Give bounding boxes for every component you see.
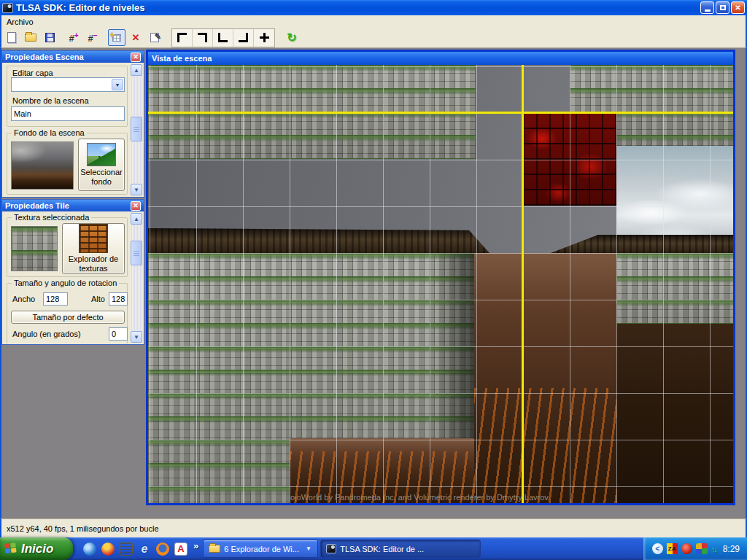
- tile-panel-scrollbar[interactable]: ▲ ▼: [131, 213, 142, 343]
- size-group-label: Tamaño y angulo de rotacion: [12, 279, 119, 287]
- minimize-button[interactable]: [700, 1, 714, 14]
- window-title: TLSA SDK: Editor de niveles: [16, 2, 145, 13]
- scene-panel-scrollbar[interactable]: ▲ ▼: [131, 64, 142, 195]
- corner-tools-group: [171, 28, 275, 47]
- close-button[interactable]: ✕: [731, 1, 745, 14]
- workspace: Propiedades Escena ✕ Editar capa ▼ Nombr…: [0, 48, 747, 518]
- scrollbar-down-icon[interactable]: ▼: [131, 184, 142, 195]
- messenger-icon[interactable]: [83, 542, 96, 556]
- delete-tile-button[interactable]: ✕: [127, 29, 144, 46]
- scene-name-input[interactable]: [11, 106, 125, 121]
- background-thumbnail: [11, 141, 74, 190]
- start-button[interactable]: Inicio: [0, 537, 73, 560]
- width-input[interactable]: [43, 292, 68, 306]
- network-activity-icon[interactable]: ↑↓: [711, 545, 716, 553]
- quick-launch-overflow-icon[interactable]: »: [193, 540, 198, 551]
- height-input[interactable]: [109, 292, 128, 306]
- edit-form-icon: ✎: [150, 33, 159, 42]
- corner-top-left-button[interactable]: [172, 29, 193, 47]
- taskbar: Inicio e A » 6 Explorador de Wi... ▼ TLS…: [0, 537, 747, 560]
- scrollbar-down-icon[interactable]: ▼: [131, 331, 142, 343]
- refresh-button[interactable]: ↻: [283, 29, 301, 46]
- windows-flag-icon: [4, 542, 18, 555]
- add-tile-icon: +: [112, 34, 121, 42]
- restore-button[interactable]: [716, 1, 729, 14]
- group-dropdown-icon: ▼: [306, 545, 311, 552]
- cursor-grid-line-horizontal: [148, 112, 733, 114]
- internet-explorer-icon[interactable]: e: [138, 542, 151, 556]
- scene-properties-panel: Propiedades Escena ✕ Editar capa ▼ Nombr…: [1, 50, 144, 198]
- edit-layer-label: Editar capa: [12, 69, 53, 77]
- scrollbar-up-icon[interactable]: ▲: [131, 213, 142, 225]
- texture-browser-button[interactable]: Explorador de texturas: [62, 223, 125, 274]
- texture-group-label: Textura seleccionada: [12, 213, 91, 222]
- corner-top-right-button[interactable]: [193, 29, 213, 47]
- combobox-dropdown-icon[interactable]: ▼: [112, 79, 123, 90]
- scrollbar-thumb[interactable]: [131, 117, 142, 141]
- bricks-icon: [79, 224, 108, 253]
- renderer-watermark: ojoWorld by Pandromeda Inc. and Volumetr…: [290, 493, 550, 502]
- grid-decrease-button[interactable]: #−: [84, 29, 101, 46]
- background-group-label: Fondo de la escena: [12, 128, 87, 137]
- grid-plus-icon: #+: [69, 32, 78, 43]
- scrollbar-up-icon[interactable]: ▲: [131, 64, 142, 76]
- tray-collapse-icon[interactable]: <: [652, 543, 663, 554]
- save-disk-icon: [45, 33, 55, 42]
- firefox-icon[interactable]: [156, 542, 169, 556]
- folder-icon: [209, 545, 220, 553]
- taskbar-button-explorer-group[interactable]: 6 Explorador de Wi... ▼: [203, 540, 318, 558]
- scene-canvas[interactable]: ojoWorld by Pandromeda Inc. and Volumetr…: [148, 65, 733, 503]
- corner-bottom-right-button[interactable]: [233, 29, 254, 47]
- window-titlebar[interactable]: TLSA SDK: Editor de niveles ✕: [0, 0, 747, 15]
- tile-panel-titlebar[interactable]: Propiedades Tile ✕: [2, 200, 144, 211]
- app-tray-icon[interactable]: [696, 543, 708, 554]
- add-tile-button[interactable]: +: [108, 29, 125, 46]
- landscape-image-icon: [87, 143, 116, 166]
- scene-name-label: Nombre de la escena: [12, 96, 89, 105]
- open-folder-icon: [25, 34, 36, 42]
- select-background-button[interactable]: Seleccionar fondo: [78, 139, 125, 191]
- acrobat-icon[interactable]: A: [174, 542, 187, 556]
- scene-panel-close-icon[interactable]: ✕: [131, 52, 141, 62]
- antivirus-tray-icon[interactable]: [681, 543, 692, 554]
- tile-panel-close-icon[interactable]: ✕: [131, 201, 141, 211]
- zonealarm-tray-icon[interactable]: ZA: [667, 543, 678, 554]
- angle-input[interactable]: [109, 327, 128, 341]
- scene-view-window: Vista de escena ojoWorld by Pandromeda I: [146, 50, 735, 505]
- center-cross-icon: [260, 33, 269, 42]
- scrollbar-thumb[interactable]: [131, 241, 142, 265]
- open-file-button[interactable]: [22, 29, 39, 46]
- scene-view-titlebar[interactable]: Vista de escena: [148, 52, 733, 65]
- game-shortcut-icon[interactable]: [101, 542, 115, 556]
- center-cross-button[interactable]: [254, 29, 274, 47]
- scene-panel-title: Propiedades Escena: [5, 52, 84, 61]
- system-tray: < ZA ↑↓ 8:29: [643, 537, 747, 560]
- edit-layer-combobox[interactable]: ▼: [11, 77, 125, 92]
- taskbar-button-tlsa-sdk[interactable]: TLSA SDK: Editor de ...: [320, 540, 481, 558]
- width-label: Ancho: [12, 295, 35, 303]
- taskbar-button-label: TLSA SDK: Editor de ...: [340, 545, 424, 553]
- menu-archivo[interactable]: Archivo: [1, 17, 39, 27]
- tile-grid-overlay: [148, 65, 733, 503]
- scene-panel-titlebar[interactable]: Propiedades Escena ✕: [2, 51, 144, 63]
- menu-bar: Archivo: [0, 15, 747, 28]
- selected-texture-thumbnail: [11, 226, 58, 271]
- edit-properties-button[interactable]: ✎: [146, 29, 163, 46]
- tlsa-app-icon: [326, 544, 336, 553]
- status-text: x512 y64, 40 fps, 1 milisegundos por buc…: [7, 524, 159, 533]
- height-label: Alto: [91, 295, 105, 303]
- corner-bottom-left-button[interactable]: [213, 29, 233, 47]
- cursor-grid-line-vertical: [522, 65, 524, 503]
- corner-top-right-icon: [198, 33, 207, 42]
- refresh-icon: ↻: [287, 31, 296, 44]
- corner-top-left-icon: [177, 33, 187, 42]
- corner-bottom-left-icon: [218, 33, 228, 42]
- delete-icon: ✕: [132, 32, 140, 43]
- grid-increase-button[interactable]: #+: [65, 29, 82, 46]
- new-file-button[interactable]: [3, 29, 20, 46]
- start-button-label: Inicio: [21, 542, 53, 556]
- save-button[interactable]: [41, 29, 58, 46]
- notes-shortcut-icon[interactable]: [120, 542, 133, 556]
- default-size-button[interactable]: Tamaño por defecto: [11, 311, 125, 324]
- taskbar-button-label: 6 Explorador de Wi...: [224, 545, 299, 553]
